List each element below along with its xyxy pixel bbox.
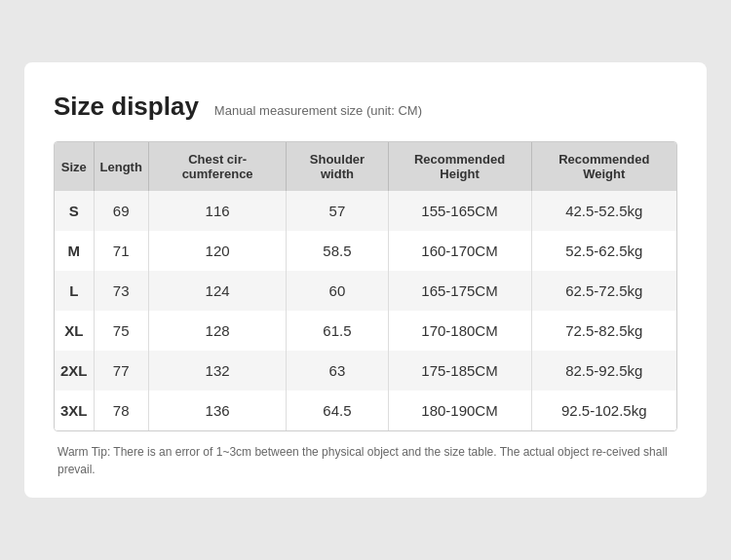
cell-size: XL (55, 311, 94, 351)
cell-size: S (55, 191, 94, 231)
size-table-wrap: SizeLengthChest cir-cumferenceShoulder w… (54, 141, 677, 431)
col-header-chest: Chest cir-cumference (148, 142, 287, 191)
table-row: 2XL7713263175-185CM82.5-92.5kg (55, 351, 676, 391)
cell-chest: 136 (148, 391, 287, 430)
col-header-shoulder: Shoulder width (287, 142, 388, 191)
table-row: 3XL7813664.5180-190CM92.5-102.5kg (55, 391, 676, 430)
cell-rec_height: 175-185CM (388, 351, 531, 391)
table-row: M7112058.5160-170CM52.5-62.5kg (55, 231, 676, 271)
cell-rec_height: 170-180CM (388, 311, 531, 351)
cell-size: L (55, 271, 94, 311)
cell-rec_height: 165-175CM (388, 271, 531, 311)
cell-chest: 128 (148, 311, 287, 351)
cell-chest: 116 (148, 191, 287, 231)
page-title: Size display (54, 92, 199, 122)
cell-size: 2XL (55, 351, 94, 391)
size-display-card: Size display Manual measurement size (un… (24, 62, 707, 498)
cell-shoulder: 61.5 (287, 311, 388, 351)
cell-rec_weight: 82.5-92.5kg (531, 351, 676, 391)
cell-shoulder: 60 (287, 271, 388, 311)
cell-rec_height: 160-170CM (388, 231, 531, 271)
cell-size: 3XL (55, 391, 94, 430)
cell-rec_height: 180-190CM (388, 391, 531, 430)
cell-length: 69 (94, 191, 148, 231)
cell-size: M (55, 231, 94, 271)
cell-rec_weight: 42.5-52.5kg (531, 191, 676, 231)
cell-rec_weight: 72.5-82.5kg (531, 311, 676, 351)
table-row: XL7512861.5170-180CM72.5-82.5kg (55, 311, 676, 351)
cell-length: 73 (94, 271, 148, 311)
cell-rec_weight: 92.5-102.5kg (531, 391, 676, 430)
cell-length: 75 (94, 311, 148, 351)
table-header-row: SizeLengthChest cir-cumferenceShoulder w… (55, 142, 676, 191)
cell-length: 71 (94, 231, 148, 271)
cell-length: 77 (94, 351, 148, 391)
cell-shoulder: 63 (287, 351, 388, 391)
col-header-size: Size (55, 142, 94, 191)
card-header: Size display Manual measurement size (un… (54, 92, 677, 122)
col-header-rec_weight: Recommended Weight (531, 142, 676, 191)
table-row: L7312460165-175CM62.5-72.5kg (55, 271, 676, 311)
cell-shoulder: 64.5 (287, 391, 388, 430)
cell-chest: 120 (148, 231, 287, 271)
table-body: S6911657155-165CM42.5-52.5kgM7112058.516… (55, 191, 676, 430)
size-table: SizeLengthChest cir-cumferenceShoulder w… (55, 142, 676, 430)
cell-chest: 124 (148, 271, 287, 311)
cell-rec_weight: 62.5-72.5kg (531, 271, 676, 311)
cell-shoulder: 58.5 (287, 231, 388, 271)
col-header-length: Length (94, 142, 148, 191)
warm-tip-text: Warm Tip: There is an error of 1~3cm bet… (54, 443, 677, 478)
cell-shoulder: 57 (287, 191, 388, 231)
col-header-rec_height: Recommended Height (388, 142, 531, 191)
cell-chest: 132 (148, 351, 287, 391)
table-row: S6911657155-165CM42.5-52.5kg (55, 191, 676, 231)
cell-length: 78 (94, 391, 148, 430)
cell-rec_weight: 52.5-62.5kg (531, 231, 676, 271)
cell-rec_height: 155-165CM (388, 191, 531, 231)
page-subtitle: Manual measurement size (unit: CM) (214, 103, 422, 118)
